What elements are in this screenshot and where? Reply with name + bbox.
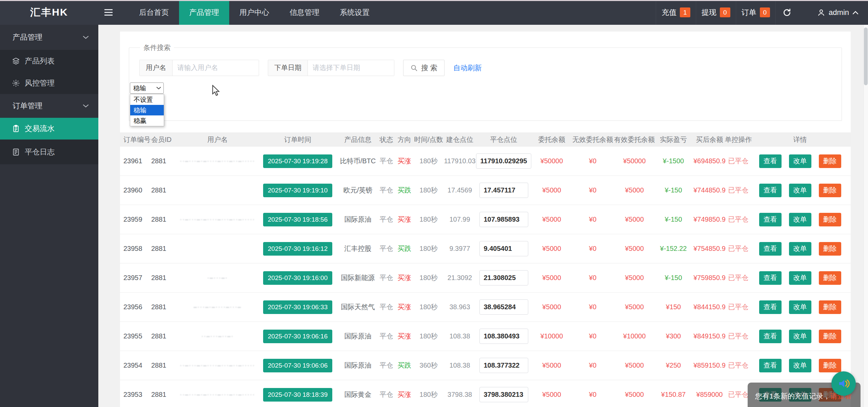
cell-after-balance: ¥849150.9 [692,332,727,340]
col-header: 会员ID [149,135,178,144]
sidebar-item-label: 风控管理 [25,78,55,88]
win-mode-option[interactable]: 稳输 [130,105,164,115]
view-button[interactable]: 查看 [759,330,782,343]
topbar: 汇丰HK 后台首页 产品管理 用户中心 信息管理 [0,0,868,25]
order-date-input-group: 下单日期 [268,60,394,76]
cell-control-status: 已平仓 [727,390,749,399]
cell-profit: ¥300 [655,332,692,340]
toast-message: 您有1条新的充值记录， [755,391,830,401]
auto-refresh-link[interactable]: 自动刷新 [453,63,482,73]
delete-button[interactable]: 删除 [819,242,841,256]
cell-order-id: 23958 [120,245,149,253]
user-icon [817,8,825,17]
view-button[interactable]: 查看 [759,359,782,372]
sidebar-item-product-list[interactable]: 产品列表 [0,50,98,72]
cell-direction: 买跌 [395,244,413,253]
delete-button[interactable]: 删除 [819,330,841,343]
count-badge: 1 [680,7,690,17]
edit-order-button[interactable]: 改单 [789,359,811,372]
delete-button[interactable]: 删除 [819,271,841,285]
cell-product: 国际原油 [338,332,377,341]
cell-after-balance: ¥694850.9 [692,157,727,165]
delete-button[interactable]: 删除 [819,213,841,226]
delete-button[interactable]: 删除 [819,184,841,197]
win-mode-option-list: 不设置 稳输 稳赢 [130,94,164,126]
cell-duration: 180秒 [413,390,444,399]
sidebar-item-trade-flow[interactable]: 交易流水 [0,118,98,140]
view-button[interactable]: 查看 [759,213,782,226]
top-nav-item[interactable]: 系统设置 [330,0,380,25]
sidebar-item-risk[interactable]: 风控管理 [0,72,98,94]
edit-order-button[interactable]: 改单 [789,271,811,285]
search-fieldset: 条件搜索 用户名 下单日期 搜 索 自动刷新 [129,43,842,121]
cell-product: 国际新能源 [338,273,377,282]
view-button[interactable]: 查看 [759,300,782,314]
view-button[interactable]: 查看 [759,242,782,256]
user-menu[interactable]: admin [798,8,859,17]
win-mode-option-label: 不设置 [134,95,153,104]
cell-order-id: 23955 [120,332,149,340]
delete-button[interactable]: 删除 [819,300,841,314]
view-button[interactable]: 查看 [759,154,782,168]
view-button[interactable]: 查看 [759,184,782,197]
cell-open-point: 108.38 [444,332,476,340]
sidebar-group-product[interactable]: 产品管理 [0,25,98,50]
close-point-box: 108.377322 [479,358,528,373]
sidebar-item-close-log[interactable]: 平仓日志 [0,140,98,164]
hamburger-icon[interactable] [98,0,119,25]
cell-valid-entrust: ¥50000 [614,157,655,165]
order-date-label: 下单日期 [268,60,308,76]
top-nav-item-label: 后台首页 [139,7,169,18]
redacted-username: ··–···–··–· [201,333,234,340]
cell-actions: 查看 改单 删除 [749,184,851,197]
cell-invalid-entrust: ¥0 [572,303,614,311]
sidebar-group-order[interactable]: 订单管理 [0,94,98,118]
top-nav-item[interactable]: 后台首页 [129,0,179,25]
redacted-username: ··–···–·–····–···–··–····· [180,158,255,165]
sound-notification-button[interactable] [831,371,856,396]
win-mode-option[interactable]: 稳赢 [130,115,164,126]
top-nav-item[interactable]: 产品管理 [179,0,229,25]
top-nav-item[interactable]: 用户中心 [229,0,279,25]
top-nav-item[interactable]: 信息管理 [279,0,330,25]
col-header: 买后余额 [692,135,727,144]
edit-order-button[interactable]: 改单 [789,213,811,226]
refresh-icon[interactable] [775,0,798,25]
quick-counter[interactable]: 提现 0 [696,0,736,25]
cell-entrust-balance: ¥5000 [532,216,572,223]
edit-order-button[interactable]: 改单 [789,330,811,343]
quick-counter[interactable]: 充值 1 [656,0,696,25]
col-header: 平仓点位 [476,135,532,144]
cell-control-status: 已平仓 [727,244,749,253]
quick-counter[interactable]: 订单 0 [736,0,776,25]
edit-order-button[interactable]: 改单 [789,184,811,197]
cell-after-balance: ¥759850.9 [692,274,727,282]
cell-status: 平仓 [377,273,395,282]
cell-member-id: 2881 [149,186,178,194]
count-badge: 0 [760,7,770,17]
cell-invalid-entrust: ¥0 [572,245,614,253]
cell-member-id: 2881 [149,303,178,311]
edit-order-button[interactable]: 改单 [789,300,811,314]
username-input[interactable] [173,60,259,76]
scrollbar-track[interactable] [863,25,868,407]
order-date-input[interactable] [308,60,394,76]
delete-button[interactable]: 删除 [819,154,841,168]
edit-order-button[interactable]: 改单 [789,154,811,168]
win-mode-option[interactable]: 不设置 [130,94,164,105]
cell-valid-entrust: ¥5000 [614,362,655,369]
cell-invalid-entrust: ¥0 [572,391,614,399]
view-button[interactable]: 查看 [759,271,782,285]
scrollbar-thumb[interactable] [864,27,868,85]
cell-status: 平仓 [377,186,395,195]
win-mode-select[interactable]: 稳输 [130,82,164,94]
cell-order-time: 2025-07-30 19:06:16 [257,330,338,343]
cell-member-id: 2881 [149,362,178,369]
table-body: 23961 2881 ··–···–·–····–···–··–····· 20… [120,147,851,407]
edit-order-button[interactable]: 改单 [789,242,811,256]
delete-button[interactable]: 删除 [819,359,841,372]
topbar-right: 充值 1 提现 0 订单 0 [656,0,868,25]
cell-profit: ¥-150 [655,274,692,282]
order-time-badge: 2025-07-30 19:16:12 [263,242,332,256]
search-button[interactable]: 搜 索 [403,60,445,76]
